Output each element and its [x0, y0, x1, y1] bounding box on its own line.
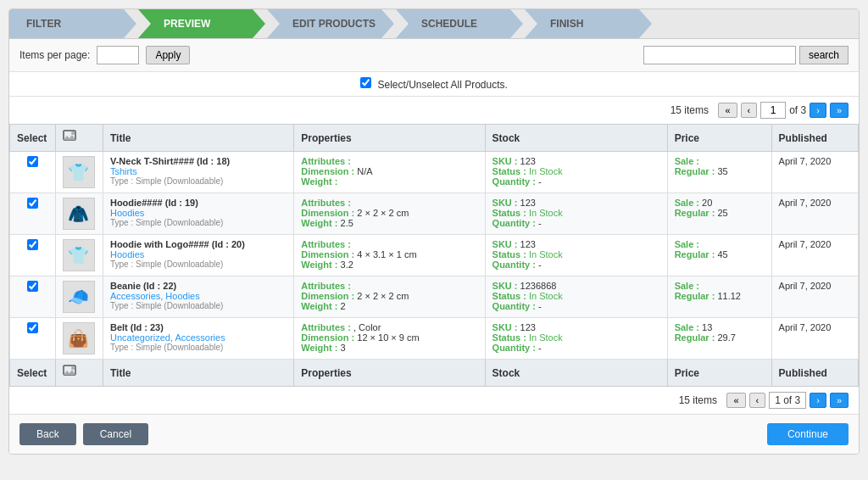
th-stock: Stock — [485, 125, 667, 152]
wizard-bar: FILTER PREVIEW EDIT PRODUCTS SCHEDULE FI… — [9, 9, 859, 39]
product-stock-cell: SKU : 123 Status : In Stock Quantity : - — [485, 318, 667, 360]
product-properties-cell: Attributes : , Color Dimension : 12 × 10… — [294, 318, 485, 360]
stock-sku: SKU : 123 — [492, 198, 660, 208]
product-published-cell: April 7, 2020 — [771, 276, 858, 318]
total-items-bottom: 15 items — [679, 394, 717, 406]
pag-prev-top[interactable]: ‹ — [741, 103, 758, 118]
product-stock-cell: SKU : 123 Status : In Stock Quantity : - — [485, 235, 667, 276]
product-title: V-Neck T-Shirt#### (Id : 18) — [110, 156, 287, 166]
price-sale: Sale : — [675, 281, 765, 291]
product-image-cell: 👕 — [55, 235, 103, 276]
product-stock-cell: SKU : 123 Status : In Stock Quantity : - — [485, 193, 667, 235]
row-checkbox[interactable] — [27, 156, 38, 167]
continue-button[interactable]: Continue — [767, 423, 849, 445]
th-select: Select — [10, 125, 56, 152]
total-items-top: 15 items — [670, 104, 709, 116]
tf-published: Published — [771, 360, 858, 387]
pag-next-bottom[interactable]: › — [810, 393, 826, 408]
tf-stock: Stock — [485, 360, 667, 387]
stock-status: Status : In Stock — [492, 291, 660, 301]
pag-prev-bottom[interactable]: ‹ — [749, 393, 766, 408]
svg-point-2 — [71, 131, 75, 135]
product-title-cell: V-Neck T-Shirt#### (Id : 18) Tshirts Typ… — [103, 152, 293, 193]
product-published-cell: April 7, 2020 — [771, 193, 858, 235]
row-checkbox[interactable] — [27, 239, 38, 250]
pag-last-top[interactable]: » — [830, 103, 849, 118]
pag-current-bottom: 1 of 3 — [769, 392, 806, 409]
product-image: 🧢 — [63, 281, 95, 313]
wizard-step-finish-label: FINISH — [550, 18, 583, 30]
select-all-row: Select/Unselect All Products. — [9, 72, 859, 97]
price-regular: Regular : 45 — [675, 249, 765, 260]
product-title: Beanie (Id : 22) — [110, 281, 287, 291]
product-price-cell: Sale : 13 Regular : 29.7 — [667, 318, 771, 360]
product-title-cell: Hoodie#### (Id : 19) Hoodies Type : Simp… — [103, 193, 293, 235]
product-price-cell: Sale : Regular : 45 — [667, 235, 771, 276]
stock-qty: Quantity : - — [492, 343, 660, 353]
wizard-step-edit[interactable]: EDIT PRODUCTS — [267, 9, 394, 38]
prop-dimension: Dimension : 2 × 2 × 2 cm — [301, 208, 477, 218]
svg-marker-4 — [64, 370, 75, 375]
th-published: Published — [771, 125, 858, 152]
product-title: Hoodie#### (Id : 19) — [110, 198, 287, 208]
product-type: Type : Simple (Downloadable) — [110, 176, 287, 186]
table-row: 👕 Hoodie with Logo#### (Id : 20) Hoodies… — [10, 235, 859, 276]
prop-dimension: Dimension : 4 × 3.1 × 1 cm — [301, 249, 477, 260]
product-title-cell: Belt (Id : 23) Uncategorized, Accessorie… — [103, 318, 293, 360]
pag-last-bottom[interactable]: » — [830, 393, 849, 408]
row-checkbox[interactable] — [27, 198, 38, 209]
product-properties-cell: Attributes : Dimension : 2 × 2 × 2 cm We… — [294, 276, 485, 318]
wizard-step-edit-label: EDIT PRODUCTS — [292, 18, 376, 30]
published-date: April 7, 2020 — [779, 322, 832, 332]
controls-bar: Items per page: Apply search — [9, 39, 859, 72]
footer-bar: Back Cancel Continue — [9, 414, 859, 454]
prop-weight: Weight : 3 — [301, 343, 477, 353]
product-published-cell: April 7, 2020 — [771, 152, 858, 193]
stock-status: Status : In Stock — [492, 208, 660, 218]
apply-button[interactable]: Apply — [146, 46, 190, 64]
product-image: 🧥 — [63, 198, 95, 230]
search-button[interactable]: search — [799, 46, 849, 64]
product-category[interactable]: Uncategorized, Accessories — [110, 332, 287, 343]
price-regular: Regular : 25 — [675, 208, 765, 218]
select-all-checkbox[interactable] — [360, 77, 371, 88]
pag-first-top[interactable]: « — [718, 103, 737, 118]
table-row: 👜 Belt (Id : 23) Uncategorized, Accessor… — [10, 318, 859, 360]
cancel-button[interactable]: Cancel — [83, 423, 148, 445]
controls-right: search — [643, 46, 849, 64]
items-per-page-input[interactable] — [97, 46, 139, 64]
product-category[interactable]: Hoodies — [110, 208, 287, 218]
stock-status: Status : In Stock — [492, 249, 660, 260]
page-wrapper: FILTER PREVIEW EDIT PRODUCTS SCHEDULE FI… — [8, 8, 860, 455]
pag-next-top[interactable]: › — [810, 103, 826, 118]
wizard-step-schedule[interactable]: SCHEDULE — [396, 9, 523, 38]
wizard-step-preview[interactable]: PREVIEW — [138, 9, 265, 38]
product-title-cell: Beanie (Id : 22) Accessories, Hoodies Ty… — [103, 276, 293, 318]
product-stock-cell: SKU : 123 Status : In Stock Quantity : - — [485, 152, 667, 193]
tf-title: Title — [103, 360, 293, 387]
product-title: Belt (Id : 23) — [110, 322, 287, 332]
published-date: April 7, 2020 — [779, 239, 832, 249]
stock-sku: SKU : 123 — [492, 322, 660, 332]
wizard-step-finish[interactable]: FINISH — [525, 9, 652, 38]
row-checkbox[interactable] — [27, 322, 38, 333]
price-sale: Sale : 20 — [675, 198, 765, 208]
product-properties-cell: Attributes : Dimension : N/A Weight : — [294, 152, 485, 193]
stock-qty: Quantity : - — [492, 301, 660, 311]
wizard-step-filter[interactable]: FILTER — [9, 9, 136, 38]
row-checkbox[interactable] — [27, 281, 38, 292]
back-button[interactable]: Back — [19, 423, 76, 445]
table-row: 🧢 Beanie (Id : 22) Accessories, Hoodies … — [10, 276, 859, 318]
pag-current-top[interactable] — [760, 102, 786, 119]
prop-attributes: Attributes : — [301, 239, 477, 249]
stock-status: Status : In Stock — [492, 166, 660, 176]
pag-first-bottom[interactable]: « — [726, 393, 745, 408]
stock-sku: SKU : 123 — [492, 239, 660, 249]
stock-status: Status : In Stock — [492, 332, 660, 343]
search-input[interactable] — [643, 46, 796, 64]
product-category[interactable]: Tshirts — [110, 166, 287, 176]
prop-attributes: Attributes : — [301, 156, 477, 166]
prop-dimension: Dimension : N/A — [301, 166, 477, 176]
product-category[interactable]: Hoodies — [110, 249, 287, 260]
product-category[interactable]: Accessories, Hoodies — [110, 291, 287, 301]
